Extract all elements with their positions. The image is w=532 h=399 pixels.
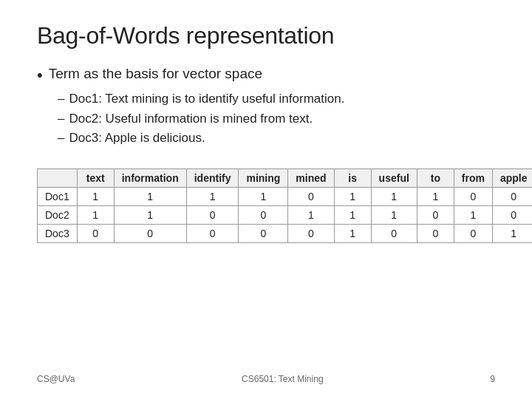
table-cell-r1-c2: 1 xyxy=(114,206,186,225)
sub-bullet-3-text: Doc3: Apple is delicious. xyxy=(69,129,205,148)
table-cell-r0-c0: Doc1 xyxy=(38,188,78,206)
table-body: Doc111110111000Doc211001110100Doc3000001… xyxy=(38,188,533,243)
bullet-main: • Term as the basis for vector space xyxy=(37,66,495,85)
table-cell-r2-c5: 0 xyxy=(288,225,334,243)
table-cell-r1-c6: 1 xyxy=(334,206,371,225)
slide: Bag-of-Words representation • Term as th… xyxy=(0,0,532,399)
table-header-identify: identify xyxy=(186,169,239,188)
table-cell-r1-c8: 0 xyxy=(417,206,454,225)
table-cell-r1-c9: 1 xyxy=(454,206,492,225)
table-cell-r2-c10: 1 xyxy=(492,225,532,243)
table-cell-r1-c4: 0 xyxy=(239,206,288,225)
bullet-main-text: Term as the basis for vector space xyxy=(49,66,262,82)
dash-1: – xyxy=(58,89,64,109)
table-cell-r0-c3: 1 xyxy=(186,188,239,206)
dash-3: – xyxy=(58,129,64,148)
table-cell-r2-c1: 0 xyxy=(77,225,114,243)
bullet-section: • Term as the basis for vector space – D… xyxy=(37,66,495,148)
table-cell-r2-c3: 0 xyxy=(186,225,239,243)
dash-2: – xyxy=(58,109,64,129)
sub-bullets: – Doc1: Text mining is to identify usefu… xyxy=(58,89,495,148)
table-cell-r1-c10: 0 xyxy=(492,206,532,225)
table-cell-r0-c10: 0 xyxy=(492,188,532,206)
footer-right: 9 xyxy=(490,374,495,384)
table-cell-r1-c0: Doc2 xyxy=(38,206,78,225)
table-cell-r2-c6: 1 xyxy=(334,225,371,243)
table-cell-r2-c8: 0 xyxy=(417,225,454,243)
footer: CS@UVa CS6501: Text Mining 9 xyxy=(37,374,495,384)
slide-title: Bag-of-Words representation xyxy=(37,22,495,50)
table-header-mining: mining xyxy=(239,169,288,188)
table-header-useful: useful xyxy=(371,169,417,188)
table-row: Doc111110111000 xyxy=(38,188,533,206)
table-header-to: to xyxy=(417,169,454,188)
table-header-empty xyxy=(38,169,78,188)
sub-bullet-3: – Doc3: Apple is delicious. xyxy=(58,129,495,148)
table-header-text: text xyxy=(77,169,114,188)
table-cell-r1-c3: 0 xyxy=(186,206,239,225)
table-row: Doc300000100011 xyxy=(38,225,533,243)
table-cell-r0-c8: 1 xyxy=(417,188,454,206)
table-cell-r1-c5: 1 xyxy=(288,206,334,225)
table-cell-r0-c6: 1 xyxy=(334,188,371,206)
table-cell-r1-c7: 1 xyxy=(371,206,417,225)
table-cell-r0-c7: 1 xyxy=(371,188,417,206)
table-cell-r2-c0: Doc3 xyxy=(38,225,78,243)
table-row: Doc211001110100 xyxy=(38,206,533,225)
footer-center: CS6501: Text Mining xyxy=(242,374,324,384)
sub-bullet-2-text: Doc2: Useful information is mined from t… xyxy=(69,109,313,129)
table-container: textinformationidentifyminingminedisusef… xyxy=(37,168,495,243)
footer-left: CS@UVa xyxy=(37,374,75,384)
table-cell-r2-c4: 0 xyxy=(239,225,288,243)
table-cell-r0-c4: 1 xyxy=(239,188,288,206)
table-cell-r2-c9: 0 xyxy=(454,225,492,243)
table-header-row: textinformationidentifyminingminedisusef… xyxy=(38,169,533,188)
table-header-mined: mined xyxy=(288,169,334,188)
sub-bullet-1-text: Doc1: Text mining is to identify useful … xyxy=(69,89,344,109)
table-header-information: information xyxy=(114,169,186,188)
table-header-from: from xyxy=(454,169,492,188)
sub-bullet-1: – Doc1: Text mining is to identify usefu… xyxy=(58,89,495,109)
table-cell-r2-c7: 0 xyxy=(371,225,417,243)
sub-bullet-2: – Doc2: Useful information is mined from… xyxy=(58,109,495,129)
table-header-is: is xyxy=(334,169,371,188)
table-cell-r0-c9: 0 xyxy=(454,188,492,206)
table-cell-r0-c1: 1 xyxy=(77,188,114,206)
table-cell-r0-c2: 1 xyxy=(114,188,186,206)
bow-table: textinformationidentifyminingminedisusef… xyxy=(37,168,532,243)
table-cell-r1-c1: 1 xyxy=(77,206,114,225)
table-cell-r0-c5: 0 xyxy=(288,188,334,206)
table-header-apple: apple xyxy=(492,169,532,188)
bullet-dot: • xyxy=(37,66,43,85)
table-cell-r2-c2: 0 xyxy=(114,225,186,243)
